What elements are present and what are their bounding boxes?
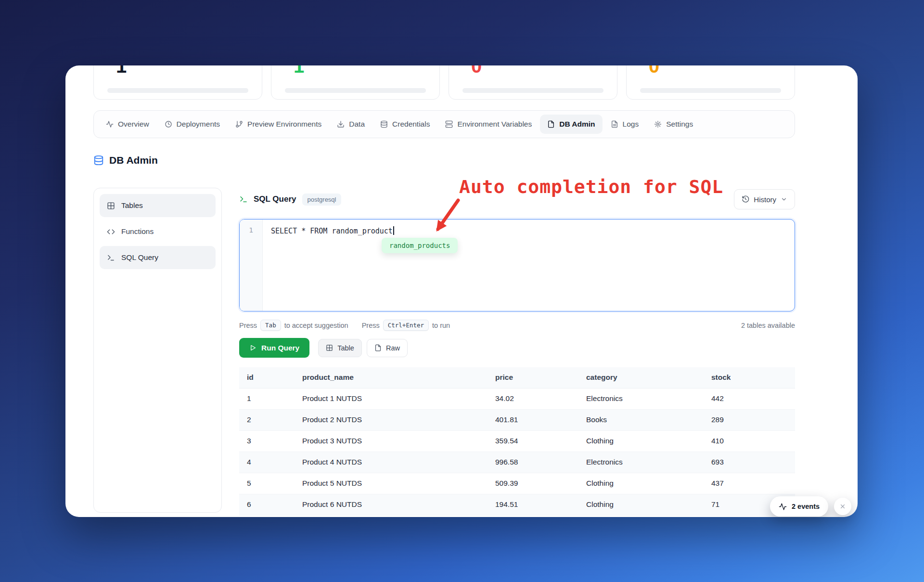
gear-icon <box>654 120 662 128</box>
raw-view-button[interactable]: Raw <box>367 339 408 357</box>
cell-price: 401.81 <box>488 409 578 430</box>
stat-card: 0 <box>626 65 795 100</box>
column-header: id <box>239 367 295 388</box>
cell-category: Clothing <box>578 494 704 515</box>
sidebar-item-functions[interactable]: Functions <box>100 220 216 243</box>
run-query-button[interactable]: Run Query <box>239 338 309 358</box>
events-close-button[interactable] <box>834 498 851 515</box>
tab-deployments[interactable]: Deployments <box>157 115 227 134</box>
stat-value: 0 <box>649 65 781 76</box>
editor-hints-row: Press Tab to accept suggestion Press Ctr… <box>239 320 795 331</box>
sidebar-item-label: Tables <box>121 201 143 210</box>
cell-product-name: Product 3 NUTDS <box>295 430 488 452</box>
download-icon <box>337 120 345 128</box>
table-row: 4 Product 4 NUTDS 996.58 Electronics 693 <box>239 452 795 473</box>
tab-credentials[interactable]: Credentials <box>373 115 437 134</box>
main-tabbar: Overview Deployments Preview Environment… <box>93 110 795 138</box>
sql-query-title-group: SQL Query postgresql <box>239 194 341 206</box>
chevron-down-icon <box>781 196 787 203</box>
text-cursor <box>393 226 394 235</box>
editor-gutter: 1 <box>240 220 263 311</box>
tab-label: Settings <box>666 120 693 129</box>
events-count-label: 2 events <box>792 503 820 510</box>
git-branch-icon <box>235 120 243 128</box>
cell-id: 5 <box>239 473 295 494</box>
server-icon <box>445 120 453 128</box>
cell-id: 6 <box>239 494 295 515</box>
cell-price: 509.39 <box>488 473 578 494</box>
sidebar-item-sql-query[interactable]: SQL Query <box>100 246 216 269</box>
sidebar-item-tables[interactable]: Tables <box>100 194 216 217</box>
cell-category: Electronics <box>578 452 704 473</box>
database-engine-badge: postgresql <box>302 194 342 206</box>
close-icon <box>839 503 846 510</box>
tab-label: Logs <box>623 120 639 129</box>
tab-data[interactable]: Data <box>330 115 372 134</box>
hint-press-label: Press <box>239 322 257 329</box>
db-admin-sidebar: Tables Functions SQL Query <box>93 188 222 513</box>
tab-logs[interactable]: Logs <box>603 115 646 134</box>
tab-preview-environments[interactable]: Preview Environments <box>228 115 329 134</box>
ctrl-enter-key-badge: Ctrl+Enter <box>383 320 429 331</box>
cell-price: 359.54 <box>488 430 578 452</box>
history-button[interactable]: History <box>734 189 795 209</box>
tab-settings[interactable]: Settings <box>647 115 700 134</box>
stat-card: 1 <box>271 65 440 100</box>
cell-product-name: Product 1 NUTDS <box>295 388 488 409</box>
stat-value: 1 <box>294 65 426 76</box>
sql-editor[interactable]: 1 SELECT * FROM random_product random_pr… <box>239 219 795 311</box>
table-view-button[interactable]: Table <box>318 339 362 357</box>
code-icon <box>107 228 115 236</box>
cell-category: Electronics <box>578 388 704 409</box>
cell-product-name: Product 2 NUTDS <box>295 409 488 430</box>
stat-progress-bar <box>640 88 781 93</box>
cell-stock: 437 <box>704 473 795 494</box>
cell-price: 996.58 <box>488 452 578 473</box>
database-icon <box>380 120 388 128</box>
tab-environment-variables[interactable]: Environment Variables <box>438 115 539 134</box>
cell-stock: 289 <box>704 409 795 430</box>
cell-product-name: Product 5 NUTDS <box>295 473 488 494</box>
cell-id: 3 <box>239 430 295 452</box>
page-title-row: DB Admin <box>93 155 158 166</box>
column-header: product_name <box>295 367 488 388</box>
run-query-label: Run Query <box>261 344 299 352</box>
tab-label: Credentials <box>392 120 430 129</box>
cell-category: Clothing <box>578 473 704 494</box>
column-header: price <box>488 367 578 388</box>
sql-query-panel: SQL Query postgresql History 1 SELECT * … <box>239 188 795 516</box>
table-row: 2 Product 2 NUTDS 401.81 Books 289 <box>239 409 795 430</box>
file-icon <box>374 344 382 351</box>
sidebar-item-label: Functions <box>121 227 154 236</box>
stat-card: 0 <box>449 65 617 100</box>
hint-press-label: Press <box>362 322 380 329</box>
tab-db-admin[interactable]: DB Admin <box>540 115 602 134</box>
hint-run-label: to run <box>432 322 450 329</box>
stat-progress-bar <box>462 88 603 93</box>
table-row: 5 Product 5 NUTDS 509.39 Clothing 437 <box>239 473 795 494</box>
results-table: id product_name price category stock 1 P… <box>239 367 795 516</box>
terminal-icon <box>239 195 248 204</box>
page-title: DB Admin <box>109 155 158 166</box>
tab-label: DB Admin <box>559 120 595 129</box>
stat-progress-bar <box>285 88 426 93</box>
cell-id: 4 <box>239 452 295 473</box>
stat-value: 1 <box>116 65 248 76</box>
line-number: 1 <box>249 226 253 234</box>
events-pill[interactable]: 2 events <box>770 496 828 517</box>
annotation-arrow-icon <box>424 196 476 243</box>
app-window: 1 1 0 0 Overview Deployments Preview Env… <box>65 65 858 517</box>
stat-card: 1 <box>93 65 262 100</box>
table-header-row: id product_name price category stock <box>239 367 795 388</box>
cell-id: 1 <box>239 388 295 409</box>
editor-code-area[interactable]: SELECT * FROM random_product <box>263 220 402 311</box>
stats-row: 1 1 0 0 <box>93 65 795 100</box>
clock-icon <box>165 120 172 128</box>
cell-stock: 442 <box>704 388 795 409</box>
tab-overview[interactable]: Overview <box>99 115 156 134</box>
activity-icon <box>106 120 114 128</box>
cell-category: Books <box>578 409 704 430</box>
query-actions-row: Run Query Table Raw <box>239 338 795 358</box>
tab-label: Deployments <box>177 120 220 129</box>
play-icon <box>249 344 257 351</box>
